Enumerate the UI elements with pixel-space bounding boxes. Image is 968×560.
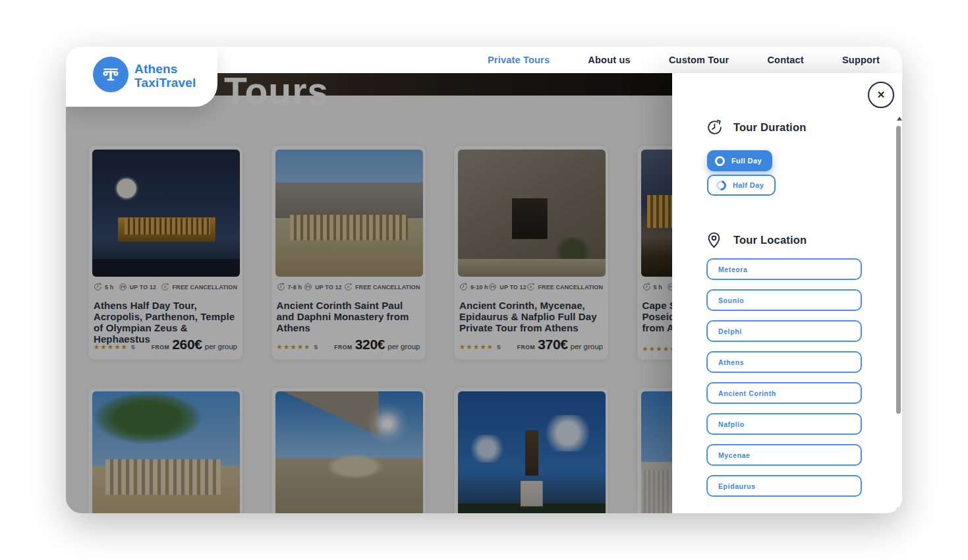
location-option[interactable]: Epidaurus bbox=[706, 475, 862, 497]
location-option[interactable]: Ancient Corinth bbox=[706, 382, 862, 404]
logo-card[interactable]: Athens TaxiTravel bbox=[66, 47, 217, 107]
app-window: Private Tours 5 h UP TO 12 FRE bbox=[66, 47, 902, 513]
location-option[interactable]: Meteora bbox=[706, 258, 862, 280]
location-pin-icon bbox=[705, 231, 723, 249]
main-nav: Private Tours About us Custom Tour Conta… bbox=[488, 47, 880, 73]
location-option[interactable]: Mycenae bbox=[706, 444, 862, 466]
duration-clock-icon bbox=[706, 119, 723, 136]
nav-item[interactable]: Support bbox=[842, 55, 880, 65]
duration-option-label: Full Day bbox=[731, 157, 762, 165]
panel-scrollbar[interactable] bbox=[896, 117, 902, 512]
brand-line-2: TaxiTravel bbox=[134, 76, 196, 90]
scroll-up-arrow-icon[interactable] bbox=[897, 117, 902, 121]
nav-item[interactable]: About us bbox=[588, 55, 630, 65]
ring-icon bbox=[714, 179, 728, 192]
scrollbar-thumb[interactable] bbox=[896, 126, 901, 414]
scroll-down-arrow-icon[interactable] bbox=[897, 508, 902, 512]
location-options: Meteora Sounio Delphi Athens Ancient Cor… bbox=[706, 258, 862, 506]
duration-options: Full Day Half Day bbox=[707, 150, 776, 199]
close-button[interactable]: ✕ bbox=[868, 82, 894, 108]
close-icon: ✕ bbox=[877, 89, 886, 101]
nav-item[interactable]: Contact bbox=[767, 55, 803, 65]
location-option[interactable]: Sounio bbox=[706, 289, 862, 311]
location-option[interactable]: Delphi bbox=[706, 320, 862, 342]
tour-location-label: Tour Location bbox=[733, 234, 807, 246]
location-option[interactable]: Nafplio bbox=[706, 413, 862, 435]
filter-panel: ✕ Tour Duration Full Day Half Day Tour L… bbox=[672, 73, 902, 513]
duration-option[interactable]: Half Day bbox=[707, 175, 776, 196]
brand-name: Athens TaxiTravel bbox=[134, 62, 196, 90]
tour-duration-heading: Tour Duration bbox=[706, 119, 806, 136]
location-option[interactable]: Athens bbox=[706, 351, 862, 373]
duration-option[interactable]: Full Day bbox=[707, 150, 772, 171]
duration-option-label: Half Day bbox=[733, 181, 764, 189]
tour-duration-label: Tour Duration bbox=[733, 121, 806, 134]
nav-item[interactable]: Custom Tour bbox=[669, 55, 729, 65]
nav-item[interactable]: Private Tours bbox=[488, 55, 550, 65]
brand-logo-icon bbox=[93, 57, 128, 92]
dim-overlay-scrim[interactable] bbox=[66, 73, 672, 513]
tour-location-heading: Tour Location bbox=[705, 231, 807, 249]
brand-line-1: Athens bbox=[134, 62, 196, 76]
ring-icon bbox=[715, 156, 725, 166]
